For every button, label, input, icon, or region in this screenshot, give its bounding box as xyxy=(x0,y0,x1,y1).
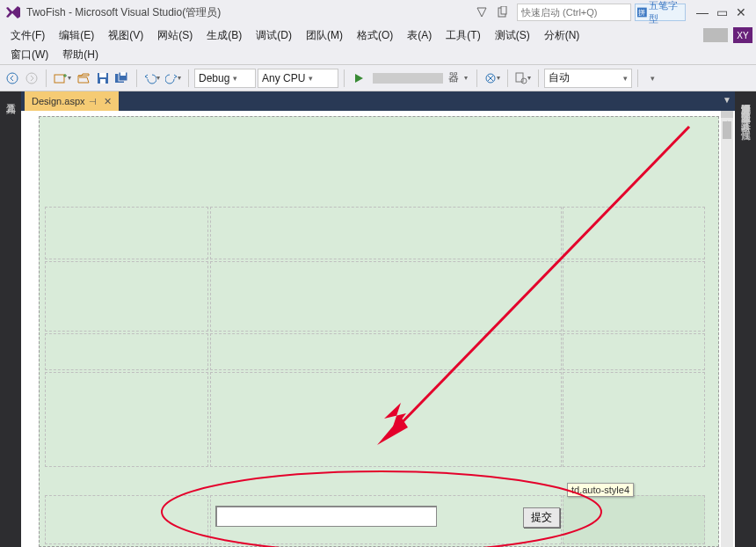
submit-button[interactable]: 提交 xyxy=(523,507,560,528)
menu-format[interactable]: 格式(O) xyxy=(350,26,400,45)
svg-rect-9 xyxy=(99,73,106,77)
user-badge[interactable]: XY xyxy=(733,27,752,43)
vertical-scrollbar[interactable]: ▴ xyxy=(721,118,733,547)
feedback-icon[interactable] xyxy=(474,4,490,20)
browser-link-button[interactable]: ▾ xyxy=(483,69,502,88)
menu-view[interactable]: 视图(V) xyxy=(101,26,150,45)
svg-rect-7 xyxy=(55,75,64,83)
maximize-button[interactable]: ▭ xyxy=(712,5,731,19)
menu-edit[interactable]: 编辑(E) xyxy=(52,26,101,45)
svg-rect-13 xyxy=(120,72,126,76)
table-cell-selected[interactable] xyxy=(563,495,705,544)
config-value: Debug xyxy=(199,72,229,84)
debug-target-label xyxy=(373,73,443,84)
standard-toolbar: ▾ ▾ ▾ Debug▾ Any CPU▾ 器 ▾ ▾ ▾ 自动▾ ▾ xyxy=(0,65,756,91)
table-cell[interactable] xyxy=(210,207,562,259)
nav-fwd-button[interactable] xyxy=(23,69,40,88)
new-project-button[interactable]: ▾ xyxy=(52,69,73,88)
undo-button[interactable]: ▾ xyxy=(142,69,162,88)
save-all-button[interactable] xyxy=(113,69,131,88)
css-auto-dropdown[interactable]: 自动▾ xyxy=(544,69,632,88)
right-panels: 解决方案资源管理器 团队资源管理器 诊断工具 属性 xyxy=(735,91,756,547)
table-cell[interactable] xyxy=(563,261,705,332)
menu-window[interactable]: 窗口(W) xyxy=(4,46,55,64)
auto-value: 自动 xyxy=(549,70,570,85)
menu-bar-2: 窗口(W) 帮助(H) xyxy=(0,46,756,65)
svg-rect-16 xyxy=(516,73,523,82)
table-cell[interactable] xyxy=(210,372,562,467)
debug-target-text: 器 xyxy=(448,70,459,85)
table-cell[interactable] xyxy=(45,372,208,467)
svg-point-17 xyxy=(521,78,527,84)
menu-test[interactable]: 测试(S) xyxy=(488,26,537,45)
menu-help[interactable]: 帮助(H) xyxy=(55,46,105,64)
nav-back-button[interactable] xyxy=(4,69,21,88)
table-cell[interactable] xyxy=(563,372,705,467)
solution-config-dropdown[interactable]: Debug▾ xyxy=(194,69,256,88)
svg-text:拼: 拼 xyxy=(638,9,645,17)
tab-overflow-icon[interactable]: ▼ xyxy=(723,95,731,105)
tab-design-aspx[interactable]: Design.aspx ⊣ ✕ xyxy=(25,91,119,111)
ime-indicator[interactable]: 拼 五笔字型 xyxy=(635,4,686,21)
split-handle[interactable] xyxy=(721,111,733,118)
close-button[interactable]: ✕ xyxy=(731,5,751,19)
menu-tools[interactable]: 工具(T) xyxy=(439,26,487,45)
client-area: 工具箱 Design.aspx ⊣ ✕ ▼ ▴ xyxy=(0,91,756,547)
menu-analyze[interactable]: 分析(N) xyxy=(537,26,587,45)
quick-launch-input[interactable] xyxy=(517,4,631,21)
toolbar-overflow-icon[interactable]: ▾ xyxy=(643,69,661,88)
menu-build[interactable]: 生成(B) xyxy=(200,26,249,45)
start-debug-button[interactable] xyxy=(350,69,367,88)
table-cell[interactable] xyxy=(45,207,208,259)
table-cell[interactable] xyxy=(45,495,208,544)
notifications-icon[interactable] xyxy=(495,4,511,20)
menu-website[interactable]: 网站(S) xyxy=(150,26,200,45)
svg-point-5 xyxy=(7,73,18,84)
menu-team[interactable]: 团队(M) xyxy=(299,26,350,45)
save-button[interactable] xyxy=(94,69,112,88)
ime-label: 五笔字型 xyxy=(649,0,683,26)
scrollbar-thumb[interactable] xyxy=(723,121,731,139)
vs-logo-icon xyxy=(5,4,21,20)
svg-point-6 xyxy=(26,73,37,84)
textbox-control[interactable] xyxy=(215,506,437,527)
title-bar: TwoFish - Microsoft Visual Studio(管理员) 拼… xyxy=(0,0,756,25)
menu-bar: 文件(F) 编辑(E) 视图(V) 网站(S) 生成(B) 调试(D) 团队(M… xyxy=(0,25,756,46)
tab-close-icon[interactable]: ✕ xyxy=(104,96,112,107)
table-cell[interactable] xyxy=(45,261,208,332)
redo-button[interactable]: ▾ xyxy=(164,69,183,88)
svg-rect-10 xyxy=(100,79,105,84)
open-button[interactable] xyxy=(75,69,92,88)
platform-value: Any CPU xyxy=(262,72,305,84)
pin-icon[interactable]: ⊣ xyxy=(89,97,97,106)
find-in-files-button[interactable]: ▾ xyxy=(513,69,533,88)
table-cell[interactable] xyxy=(563,207,705,259)
table-cell[interactable] xyxy=(210,261,562,332)
svg-marker-0 xyxy=(6,6,20,18)
designer-surface-host: ▴ xyxy=(21,111,735,547)
document-tabstrip: Design.aspx ⊣ ✕ ▼ xyxy=(21,91,735,111)
window-title: TwoFish - Microsoft Visual Studio(管理员) xyxy=(26,5,221,20)
minimize-button[interactable]: — xyxy=(693,5,712,19)
account-indicator[interactable] xyxy=(703,28,728,42)
solution-platform-dropdown[interactable]: Any CPU▾ xyxy=(258,69,338,88)
page-body[interactable]: 提交 td.auto-style4 xyxy=(39,116,719,547)
table-cell[interactable] xyxy=(210,333,562,370)
table-cell[interactable] xyxy=(45,333,208,370)
menu-debug[interactable]: 调试(D) xyxy=(249,26,299,45)
document-well: Design.aspx ⊣ ✕ ▼ ▴ xyxy=(21,91,735,547)
svg-marker-14 xyxy=(355,74,363,83)
menu-file[interactable]: 文件(F) xyxy=(4,26,52,45)
menu-table[interactable]: 表(A) xyxy=(400,26,439,45)
table-cell[interactable] xyxy=(563,333,705,370)
tab-label: Design.aspx xyxy=(32,96,85,106)
tag-navigator-tooltip: td.auto-style4 xyxy=(567,483,634,497)
left-toolbox-panel[interactable]: 工具箱 xyxy=(0,91,21,547)
svg-rect-2 xyxy=(501,6,506,14)
